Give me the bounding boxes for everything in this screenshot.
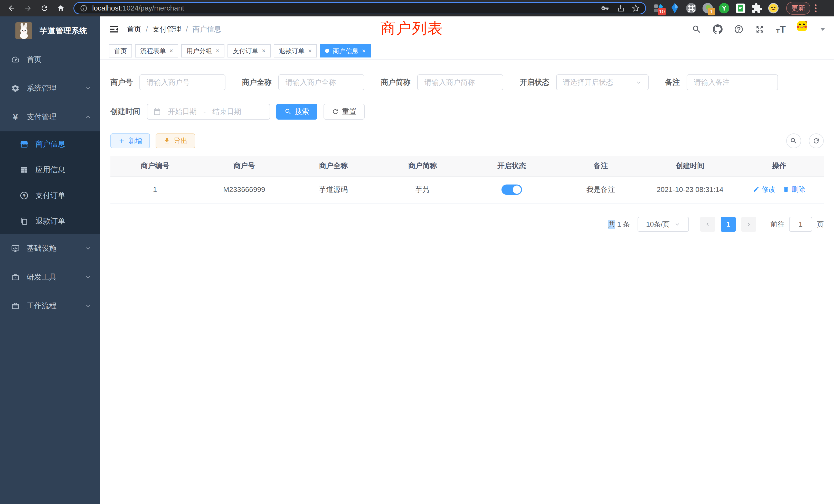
- browser-update-button[interactable]: 更新: [786, 2, 810, 15]
- total-count: 共 1 条: [608, 220, 630, 229]
- tab-user-group[interactable]: 用户分组×: [181, 44, 224, 58]
- tab-refund-order[interactable]: 退款订单×: [274, 44, 317, 58]
- active-dot: [325, 49, 329, 53]
- col-header: 商户编号: [110, 156, 199, 176]
- refresh-table-button[interactable]: [809, 134, 824, 148]
- close-icon[interactable]: ×: [216, 48, 219, 54]
- breadcrumb-current: 商户信息: [193, 24, 221, 34]
- browser-menu-kebab-icon[interactable]: [815, 4, 816, 12]
- filter-row-1: 商户号 商户全称 商户简称 开启状态 请选择开启状态: [110, 74, 824, 90]
- col-header: 商户简称: [378, 156, 467, 176]
- bookmark-star-icon[interactable]: [632, 4, 640, 12]
- full-name-input[interactable]: [278, 74, 364, 90]
- search-icon: [790, 137, 797, 145]
- extension-green-dot-icon[interactable]: 1: [702, 3, 713, 14]
- add-button[interactable]: 新增: [110, 134, 150, 148]
- goto-page-input[interactable]: [789, 217, 812, 232]
- col-header: 创建时间: [645, 156, 734, 176]
- remark-input[interactable]: [687, 74, 778, 90]
- end-date-placeholder: 结束日期: [212, 107, 241, 116]
- hamburger-collapse-icon[interactable]: [109, 24, 119, 35]
- close-icon[interactable]: ×: [362, 48, 366, 54]
- avatar[interactable]: [797, 21, 813, 38]
- sidebar-item-payment[interactable]: ¥ 支付管理: [0, 102, 100, 131]
- sidebar-item-app-info[interactable]: 应用信息: [0, 157, 100, 183]
- extensions-puzzle-icon[interactable]: [751, 3, 763, 14]
- sidebar-item-dev-tools[interactable]: 研发工具: [0, 263, 100, 292]
- profile-emoji-icon[interactable]: [768, 3, 779, 14]
- avatar-caret-icon[interactable]: [820, 28, 825, 31]
- chevron-down-icon: [85, 245, 91, 252]
- extension-command-icon[interactable]: [686, 3, 697, 14]
- tab-pay-order[interactable]: 支付订单×: [227, 44, 271, 58]
- delete-link[interactable]: 删除: [783, 185, 805, 194]
- export-button[interactable]: 导出: [156, 134, 195, 148]
- chevron-right-icon: [745, 221, 752, 228]
- search-icon[interactable]: [692, 24, 702, 34]
- page-number-1[interactable]: 1: [721, 217, 736, 232]
- page-size-select[interactable]: 10条/页: [638, 217, 689, 232]
- breadcrumb-payment[interactable]: 支付管理: [153, 24, 181, 34]
- sidebar-item-refund-order[interactable]: 退款订单: [0, 208, 100, 234]
- browser-home-button[interactable]: [56, 3, 66, 13]
- tab-process-form[interactable]: 流程表单×: [135, 44, 178, 58]
- browser-address-bar[interactable]: localhost:1024/pay/merchant: [73, 2, 646, 14]
- browser-reload-button[interactable]: [40, 3, 49, 13]
- plus-icon: [118, 137, 125, 144]
- close-icon[interactable]: ×: [262, 48, 265, 54]
- merchant-no-label: 商户号: [110, 77, 133, 88]
- status-label: 开启状态: [520, 77, 549, 88]
- password-key-icon[interactable]: [601, 4, 609, 12]
- start-date-placeholder: 开始日期: [168, 107, 197, 116]
- status-toggle[interactable]: [502, 184, 522, 195]
- sidebar-item-infrastructure[interactable]: 基础设施: [0, 234, 100, 263]
- url-text: localhost:1024/pay/merchant: [92, 4, 184, 12]
- create-time-range-picker[interactable]: 开始日期 - 结束日期: [147, 104, 270, 120]
- tab-merchant-info[interactable]: 商户信息×: [320, 44, 371, 58]
- page-info-icon[interactable]: [80, 4, 88, 12]
- help-icon[interactable]: [734, 24, 744, 34]
- payment-submenu: 商户信息 应用信息 ¥ 支付订单 退款订单: [0, 131, 100, 234]
- sidebar-item-label: 支付管理: [27, 112, 57, 122]
- sidebar-item-merchant-info[interactable]: 商户信息: [0, 131, 100, 157]
- sidebar-item-pay-order[interactable]: ¥ 支付订单: [0, 183, 100, 208]
- show-search-toggle-button[interactable]: [786, 134, 801, 148]
- breadcrumb-home[interactable]: 首页: [127, 24, 141, 34]
- extension-kite-icon[interactable]: [669, 3, 680, 14]
- extension-green-doc-icon[interactable]: [735, 3, 746, 14]
- sidebar-item-label: 首页: [27, 54, 42, 65]
- chevron-left-icon: [704, 221, 711, 228]
- remark-label: 备注: [665, 77, 680, 88]
- grid-icon: [20, 165, 29, 175]
- toolbar: 新增 导出: [110, 134, 824, 148]
- sidebar-item-workflow[interactable]: 工作流程: [0, 292, 100, 320]
- merchant-no-input[interactable]: [139, 74, 225, 90]
- cell-full-name: 芋道源码: [289, 176, 378, 203]
- fullscreen-icon[interactable]: [755, 24, 765, 34]
- cell-remark: 我是备注: [556, 176, 645, 203]
- github-icon[interactable]: [713, 24, 723, 34]
- sidebar-item-home[interactable]: 首页: [0, 45, 100, 74]
- prev-page-button[interactable]: [700, 217, 715, 232]
- edit-link[interactable]: 修改: [753, 185, 775, 194]
- create-time-label: 创建时间: [110, 107, 140, 117]
- search-button[interactable]: 搜索: [276, 104, 317, 120]
- font-size-icon[interactable]: TT: [776, 24, 786, 35]
- browser-forward-button[interactable]: [23, 3, 33, 13]
- extension-blue-diamond-icon[interactable]: 10: [653, 3, 664, 14]
- reset-button[interactable]: 重置: [324, 104, 365, 120]
- tab-home[interactable]: 首页: [109, 44, 132, 58]
- logo-row[interactable]: 芋道管理系统: [0, 17, 100, 45]
- share-icon[interactable]: [616, 4, 624, 12]
- table-row: 1 M233666999 芋道源码 芋艿 我是备注 2021-10-23 08:…: [110, 176, 824, 203]
- browser-chrome: localhost:1024/pay/merchant 10 1 Y: [0, 0, 834, 17]
- sidebar-item-system[interactable]: 系统管理: [0, 74, 100, 102]
- close-icon[interactable]: ×: [308, 48, 312, 54]
- status-select[interactable]: 请选择开启状态: [556, 74, 649, 90]
- next-page-button[interactable]: [741, 217, 756, 232]
- short-name-input[interactable]: [417, 74, 503, 90]
- close-icon[interactable]: ×: [170, 48, 173, 54]
- content: 商户号 商户全称 商户简称 开启状态 请选择开启状态: [100, 60, 834, 504]
- extension-y-logo-icon[interactable]: Y: [719, 3, 730, 14]
- browser-back-button[interactable]: [7, 3, 17, 13]
